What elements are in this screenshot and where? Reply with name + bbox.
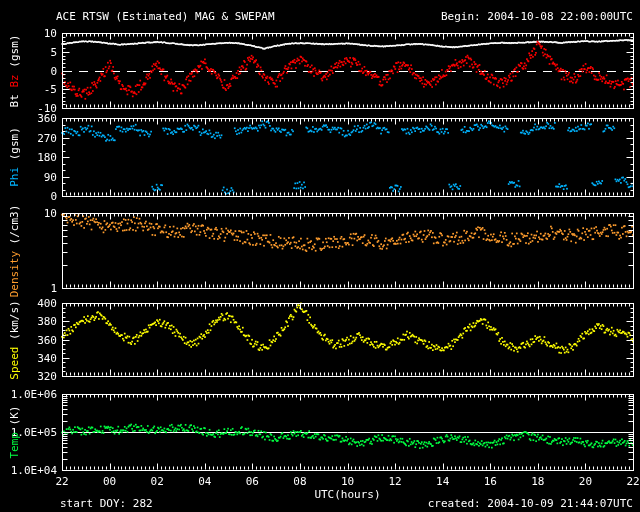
- panel-ylabel-part: Speed: [8, 346, 21, 379]
- x-tick-label: 06: [235, 476, 269, 488]
- x-tick-label: 18: [521, 476, 555, 488]
- panel-ylabel-part: Temp: [8, 432, 21, 459]
- x-tick-label: 14: [426, 476, 460, 488]
- begin-timestamp: Begin: 2004-10-08 22:00:00UTC: [441, 11, 633, 23]
- x-tick-label: 00: [93, 476, 127, 488]
- ace-rtsw-plot-window: ACE RTSW (Estimated) MAG & SWEPAM Begin:…: [0, 0, 640, 512]
- plot-canvas: [0, 0, 640, 512]
- created-timestamp: created: 2004-10-09 21:44:07UTC: [428, 498, 633, 510]
- x-tick-label: 22: [616, 476, 640, 488]
- panel-ylabel-part: Phi: [8, 167, 21, 187]
- x-tick-label: 10: [331, 476, 365, 488]
- panel-ylabel-part: (K): [8, 406, 21, 433]
- panel-ylabel-part: Bz: [8, 74, 21, 94]
- x-tick-label: 20: [568, 476, 602, 488]
- x-axis-title: UTC(hours): [288, 489, 408, 501]
- y-tick-label: 360: [0, 113, 57, 125]
- y-tick-label: 1.0E+04: [0, 465, 57, 477]
- start-doy-label: start DOY: 282: [60, 498, 153, 510]
- y-tick-label: 0: [0, 191, 57, 203]
- panel-ylabel-temp: Temp (K): [9, 406, 21, 459]
- panel-ylabel-speed: Speed (km/s): [9, 300, 21, 379]
- x-tick-label: 04: [188, 476, 222, 488]
- panel-ylabel-part: (/cm3): [8, 204, 21, 250]
- panel-ylabel-part: (gsm): [8, 34, 21, 74]
- chart-title: ACE RTSW (Estimated) MAG & SWEPAM: [56, 11, 275, 23]
- x-tick-label: 16: [473, 476, 507, 488]
- panel-ylabel-density: Density (/cm3): [9, 204, 21, 297]
- panel-ylabel-phi: Phi (gsm): [9, 127, 21, 187]
- x-tick-label: 08: [283, 476, 317, 488]
- panel-ylabel-part: Bt: [8, 94, 21, 107]
- x-tick-label: 02: [140, 476, 174, 488]
- y-tick-label: 1.0E+06: [0, 389, 57, 401]
- panel-ylabel-part: Density: [8, 251, 21, 297]
- panel-ylabel-bt_bz: Bt Bz (gsm): [9, 34, 21, 107]
- x-tick-label: 22: [45, 476, 79, 488]
- x-tick-label: 12: [378, 476, 412, 488]
- panel-ylabel-part: (gsm): [8, 127, 21, 167]
- panel-ylabel-part: (km/s): [8, 300, 21, 346]
